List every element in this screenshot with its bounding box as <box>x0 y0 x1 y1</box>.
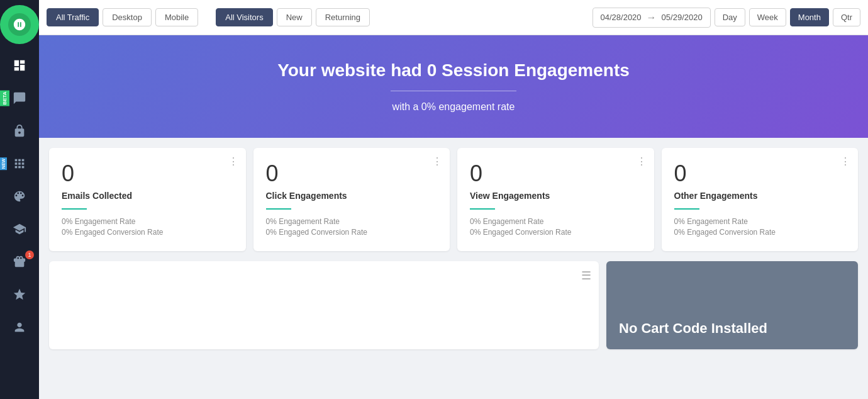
no-cart-code-card: No Cart Code Installed <box>606 261 858 349</box>
card-other-divider <box>674 208 699 210</box>
date-from: 04/28/2020 <box>601 13 642 22</box>
gift-badge: 1 <box>25 250 34 259</box>
bottom-grid: ☰ No Cart Code Installed <box>39 261 868 359</box>
sidebar: BETA NEW 1 <box>0 0 39 399</box>
filter-mobile[interactable]: Mobile <box>155 8 198 26</box>
sidebar-item-user[interactable] <box>0 311 39 344</box>
card-clicks-engagement-rate: 0% Engagement Rate <box>266 217 438 226</box>
card-other-number: 0 <box>674 160 846 187</box>
card-other-conversion-rate: 0% Engaged Conversion Rate <box>674 228 846 237</box>
cards-grid: ⋮ 0 Emails Collected 0% Engagement Rate … <box>39 138 868 261</box>
card-views: ⋮ 0 View Engagements 0% Engagement Rate … <box>457 148 654 251</box>
hero-subtitle: with a 0% engagement rate <box>52 101 855 113</box>
filter-all-traffic[interactable]: All Traffic <box>47 8 99 26</box>
date-range[interactable]: 04/28/2020 → 05/29/2020 <box>593 8 711 28</box>
chart-menu-icon[interactable]: ☰ <box>581 269 591 283</box>
hero-banner: Your website had 0 Session Engagements w… <box>39 35 868 138</box>
card-clicks-title: Click Engagements <box>266 191 438 201</box>
period-month[interactable]: Month <box>790 8 829 26</box>
chart-card: ☰ <box>49 261 599 349</box>
card-emails-divider <box>62 208 87 210</box>
card-emails-conversion-rate: 0% Engaged Conversion Rate <box>62 228 233 237</box>
sidebar-item-dashboard[interactable] <box>0 49 39 82</box>
filter-new[interactable]: New <box>277 8 312 26</box>
beta-badge: BETA <box>0 90 9 106</box>
main-content: All Traffic Desktop Mobile All Visitors … <box>39 0 868 399</box>
graduation-icon <box>13 222 26 236</box>
no-cart-code-title: No Cart Code Installed <box>619 320 767 337</box>
palette-icon <box>13 189 26 203</box>
card-other-engagement-rate: 0% Engagement Rate <box>674 217 846 226</box>
dashboard-icon <box>13 59 26 72</box>
card-emails-engagement-rate: 0% Engagement Rate <box>62 217 233 226</box>
sidebar-item-gift[interactable]: 1 <box>0 245 39 278</box>
card-views-engagement-rate: 0% Engagement Rate <box>470 217 642 226</box>
filter-desktop[interactable]: Desktop <box>103 8 152 26</box>
content-area: Your website had 0 Session Engagements w… <box>39 35 868 399</box>
sidebar-item-apps[interactable]: NEW <box>0 147 39 180</box>
card-views-title: View Engagements <box>470 191 642 201</box>
card-views-number: 0 <box>470 160 642 187</box>
date-to: 05/29/2020 <box>662 13 703 22</box>
card-views-divider <box>470 208 495 210</box>
card-other-menu[interactable]: ⋮ <box>840 155 850 167</box>
logo[interactable] <box>0 5 39 44</box>
new-badge: NEW <box>0 157 7 170</box>
card-emails-menu[interactable]: ⋮ <box>228 155 238 167</box>
star-icon <box>13 288 26 301</box>
card-clicks-conversion-rate: 0% Engaged Conversion Rate <box>266 228 438 237</box>
apps-icon <box>13 157 26 171</box>
period-qtr[interactable]: Qtr <box>833 8 860 26</box>
hero-divider <box>391 91 516 91</box>
sidebar-item-lock[interactable] <box>0 115 39 147</box>
card-clicks-menu[interactable]: ⋮ <box>432 155 442 167</box>
chat-icon <box>13 91 26 105</box>
filter-returning[interactable]: Returning <box>316 8 370 26</box>
sidebar-item-chat[interactable]: BETA <box>0 82 39 115</box>
period-week[interactable]: Week <box>749 8 786 26</box>
card-views-menu[interactable]: ⋮ <box>637 155 647 167</box>
chart-area <box>59 271 589 339</box>
card-emails-title: Emails Collected <box>62 191 233 201</box>
sidebar-item-palette[interactable] <box>0 180 39 213</box>
card-emails: ⋮ 0 Emails Collected 0% Engagement Rate … <box>49 148 246 251</box>
card-clicks: ⋮ 0 Click Engagements 0% Engagement Rate… <box>253 148 450 251</box>
card-clicks-divider <box>266 208 291 210</box>
card-other-title: Other Engagements <box>674 191 846 201</box>
gift-icon <box>13 255 26 269</box>
card-views-conversion-rate: 0% Engaged Conversion Rate <box>470 228 642 237</box>
user-icon <box>13 320 26 334</box>
card-clicks-number: 0 <box>266 160 438 187</box>
date-arrow-icon: → <box>647 12 657 23</box>
filter-all-visitors[interactable]: All Visitors <box>216 8 272 26</box>
sidebar-item-star[interactable] <box>0 278 39 311</box>
hero-title: Your website had 0 Session Engagements <box>52 60 855 81</box>
sidebar-item-graduation[interactable] <box>0 213 39 245</box>
logo-icon <box>8 13 31 36</box>
period-day[interactable]: Day <box>715 8 745 26</box>
card-emails-number: 0 <box>62 160 233 187</box>
topbar: All Traffic Desktop Mobile All Visitors … <box>39 0 868 35</box>
card-other: ⋮ 0 Other Engagements 0% Engagement Rate… <box>662 148 859 251</box>
lock-icon <box>13 124 26 138</box>
